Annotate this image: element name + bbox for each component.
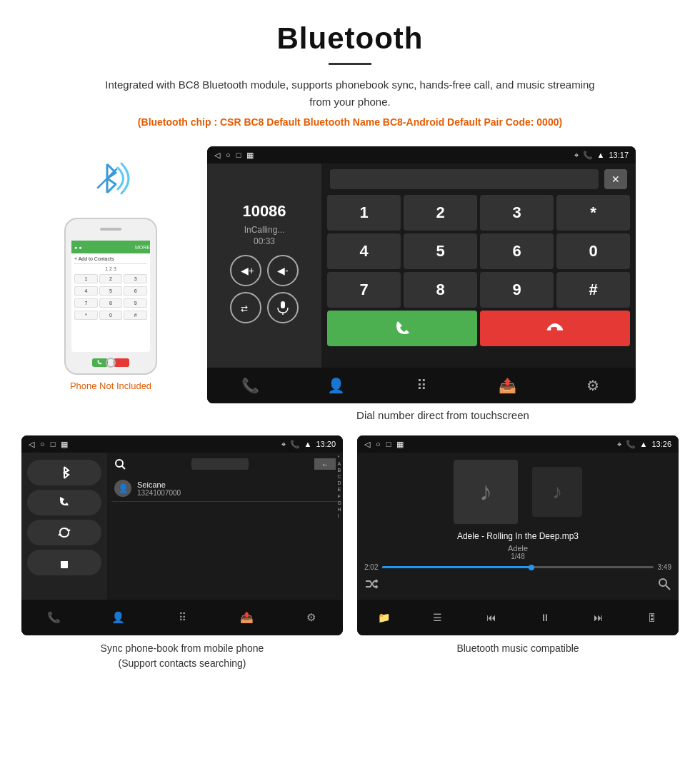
music-body: ♪ ♪ Adele - Rolling In the Deep.mp3 Adel…	[357, 453, 679, 600]
key-8[interactable]: 8	[404, 272, 477, 308]
phone-key[interactable]: 3	[124, 274, 147, 283]
nav-call-icon[interactable]: 📞	[236, 377, 264, 394]
dial-input-field[interactable]	[330, 169, 599, 189]
dial-android-screen: ◁ ○ □ ▦ ⌖ 📞 ▲ 13:17	[207, 146, 636, 403]
key-2[interactable]: 2	[404, 195, 477, 231]
phone-not-included-label: Phone Not Included	[70, 380, 151, 391]
pb-time: 13:20	[316, 440, 336, 448]
phone-key[interactable]: 0	[99, 311, 123, 320]
wifi-status-icon: ▲	[597, 151, 605, 159]
search-icon[interactable]	[114, 458, 126, 470]
phone-key[interactable]: 6	[124, 286, 147, 296]
music-screenshot-icon[interactable]: ▦	[396, 440, 404, 449]
search-input[interactable]	[191, 458, 249, 470]
nav-keypad-icon[interactable]: ⠿	[407, 377, 436, 394]
music-progress-bar[interactable]	[382, 566, 653, 568]
phone-key[interactable]: 5	[99, 286, 123, 296]
music-recents-icon[interactable]: □	[386, 440, 391, 449]
recents-square-icon[interactable]: □	[236, 151, 241, 160]
end-btn[interactable]	[480, 311, 630, 346]
phone-home-btn[interactable]	[106, 358, 116, 368]
phone-keypad-row1: 1 2 3	[74, 274, 147, 283]
dial-input-row: ✕	[327, 169, 630, 189]
phone-key[interactable]: 2	[99, 274, 123, 283]
pb-nav-transfer-icon[interactable]: 📤	[232, 611, 261, 624]
pb-nav-keypad-icon[interactable]: ⠿	[168, 611, 196, 624]
music-time-current: 2:02	[364, 563, 378, 571]
music-nav-bar: 📁 ☰ ⏮ ⏸ ⏭ 🎛	[357, 600, 679, 635]
mic-btn[interactable]	[267, 292, 299, 323]
call-btn[interactable]	[327, 311, 477, 346]
key-star[interactable]: *	[556, 195, 630, 231]
dial-delete-btn[interactable]: ✕	[604, 169, 627, 189]
alphabet-index: * A B C D E F G H I	[338, 454, 341, 519]
home-circle-icon[interactable]: ○	[226, 151, 231, 160]
nav-settings-icon[interactable]: ⚙	[579, 377, 607, 394]
music-back-icon[interactable]: ◁	[364, 440, 370, 449]
pb-wifi-icon: ▲	[304, 440, 312, 448]
phone-key[interactable]: 7	[74, 298, 98, 308]
volume-up-btn[interactable]: ◀+	[230, 255, 261, 286]
shuffle-icon[interactable]	[364, 577, 379, 591]
key-hash[interactable]: #	[556, 272, 630, 308]
nav-transfer-icon[interactable]: 📤	[493, 377, 521, 394]
phone-key[interactable]: #	[124, 311, 147, 320]
search-music-icon[interactable]	[657, 577, 671, 591]
phone-end-btn[interactable]	[114, 358, 129, 367]
dial-body: 10086 InCalling... 00:33 ◀+ ◀-	[207, 163, 636, 368]
key-0[interactable]: 0	[556, 233, 630, 269]
pb-home-icon[interactable]: ○	[40, 440, 45, 449]
music-progress-fill	[382, 566, 531, 568]
key-4[interactable]: 4	[327, 233, 401, 269]
pb-recents-icon[interactable]: □	[51, 440, 56, 449]
music-nav-next-icon[interactable]: ⏭	[584, 612, 613, 623]
pb-sync-btn[interactable]	[27, 520, 101, 545]
pb-nav-contacts-icon[interactable]: 👤	[104, 611, 132, 624]
call-green-icon	[394, 320, 411, 337]
dial-screen-caption: Dial number direct from touchscreen	[207, 409, 679, 421]
phone-key[interactable]: 1	[74, 274, 98, 283]
pb-contact-entry[interactable]: 👤 Seicane 13241007000	[111, 475, 339, 502]
music-nav-list-icon[interactable]: ☰	[424, 612, 452, 623]
key-7[interactable]: 7	[327, 272, 401, 308]
key-1[interactable]: 1	[327, 195, 401, 231]
svg-rect-5	[281, 301, 285, 308]
call-phone-icon	[57, 495, 71, 510]
phone-key[interactable]: *	[74, 311, 98, 320]
phone-keypad-row3: 7 8 9	[74, 298, 147, 308]
phone-screen-header: ● ● MORE	[71, 241, 150, 253]
pb-nav-call-icon[interactable]: 📞	[39, 611, 68, 624]
pb-screenshot-icon[interactable]: ▦	[61, 440, 68, 449]
pb-call-btn[interactable]	[27, 490, 101, 515]
music-home-icon[interactable]: ○	[376, 440, 381, 449]
back-btn[interactable]: ←	[314, 458, 336, 470]
music-nav-eq-icon[interactable]: 🎛	[638, 612, 666, 623]
pb-delete-btn[interactable]	[27, 550, 101, 575]
phonebook-screen: ◁ ○ □ ▦ ⌖ 📞 ▲ 13:20	[21, 435, 343, 635]
key-9[interactable]: 9	[480, 272, 554, 308]
phone-key[interactable]: 4	[74, 286, 98, 296]
music-nav-play-icon[interactable]: ⏸	[531, 612, 559, 623]
top-section: ● ● MORE + Add to Contacts 1 2 3 1 2 3	[21, 146, 679, 421]
key-3[interactable]: 3	[480, 195, 554, 231]
pb-back-icon[interactable]: ◁	[29, 440, 34, 449]
title-divider	[329, 63, 371, 65]
pb-status-right: ⌖ 📞 ▲ 13:20	[281, 440, 336, 449]
transfer-btn[interactable]: ⇄	[230, 292, 261, 323]
phone-screen: ● ● MORE + Add to Contacts 1 2 3 1 2 3	[71, 241, 150, 352]
volume-down-btn[interactable]: ◀-	[267, 255, 299, 286]
pb-nav-settings-icon[interactable]: ⚙	[296, 611, 325, 624]
back-arrow-icon[interactable]: ◁	[214, 151, 220, 160]
pb-contacts-list: ← * A B C D E F G H	[107, 453, 343, 600]
pb-bluetooth-btn[interactable]	[27, 460, 101, 485]
music-nav-folder-icon[interactable]: 📁	[370, 612, 399, 623]
phone-illustration: ● ● MORE + Add to Contacts 1 2 3 1 2 3	[64, 218, 157, 375]
phone-key[interactable]: 9	[124, 298, 147, 308]
nav-contacts-icon[interactable]: 👤	[321, 377, 350, 394]
music-time: 13:26	[651, 440, 671, 448]
key-5[interactable]: 5	[404, 233, 477, 269]
screenshot-icon[interactable]: ▦	[246, 151, 254, 160]
key-6[interactable]: 6	[480, 233, 554, 269]
music-nav-prev-icon[interactable]: ⏮	[477, 612, 506, 623]
phone-key[interactable]: 8	[99, 298, 123, 308]
